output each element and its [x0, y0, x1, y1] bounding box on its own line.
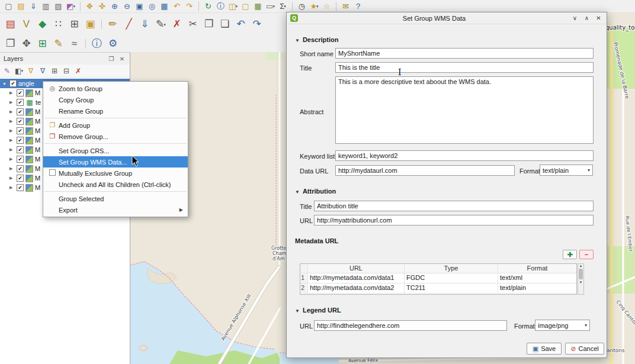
- filter-by-expression-icon[interactable]: ∇: [37, 65, 49, 77]
- layer-label[interactable]: M: [35, 146, 40, 153]
- expander-closed-icon[interactable]: ▶: [9, 138, 15, 143]
- digitize-segment-icon[interactable]: ╱: [121, 17, 137, 32]
- layer-checkbox[interactable]: ✔: [17, 108, 24, 115]
- layer-label[interactable]: M: [35, 165, 40, 172]
- project-open-icon[interactable]: ▤: [15, 1, 27, 12]
- layer-checkbox[interactable]: ✔: [17, 156, 24, 163]
- expander-closed-icon[interactable]: ▶: [9, 119, 15, 124]
- show-bookmarks-icon[interactable]: ☆: [320, 1, 333, 12]
- help-icon[interactable]: ?: [352, 1, 364, 12]
- select-features-icon[interactable]: ◫▾: [227, 1, 239, 12]
- save-button[interactable]: ▣ Save: [527, 343, 562, 355]
- layer-label[interactable]: M: [35, 108, 40, 115]
- new-shapefile-layer-icon[interactable]: V: [18, 17, 34, 32]
- dropdown-arrow-icon[interactable]: ▾: [235, 4, 238, 8]
- undo-icon[interactable]: ↶: [233, 17, 249, 32]
- dropdown-arrow-icon[interactable]: ▾: [284, 4, 286, 8]
- expander-closed-icon[interactable]: ▶: [9, 147, 15, 152]
- menu-item-set-group-wms-data[interactable]: Set Group WMS Data...: [43, 156, 188, 167]
- paste-features-icon[interactable]: ❏: [217, 17, 233, 32]
- layer-label[interactable]: M: [35, 127, 40, 134]
- expander-closed-icon[interactable]: ▶: [9, 128, 15, 133]
- section-legend-url[interactable]: ▼Legend URL: [295, 307, 341, 314]
- expander-closed-icon[interactable]: ▶: [9, 176, 15, 181]
- redo-icon[interactable]: ↷: [249, 17, 265, 32]
- table-row[interactable]: 2 http://mymetadata.com/data2 TC211 text…: [300, 284, 576, 294]
- dialog-titlebar[interactable]: Q Set Group WMS Data ∨ ∧ ✕: [287, 12, 607, 24]
- menu-item-add-group[interactable]: ❐ Add Group: [43, 120, 188, 131]
- filter-legend-icon[interactable]: ∇: [25, 65, 37, 77]
- mutually-exclusive-checkbox[interactable]: [49, 169, 56, 176]
- menu-item-export[interactable]: Export ▶: [43, 204, 188, 215]
- add-metadata-row-button[interactable]: ✚: [563, 250, 577, 259]
- layer-checkbox[interactable]: ✔: [9, 80, 17, 87]
- zoom-in-icon[interactable]: ⊕: [108, 1, 121, 12]
- move-feature-icon[interactable]: ✥: [18, 36, 34, 51]
- identify-icon[interactable]: ⓘ: [89, 36, 105, 51]
- reshape-features-icon[interactable]: ✎: [50, 36, 66, 51]
- zoom-to-selection-icon[interactable]: ◎: [146, 1, 158, 12]
- copy-style-icon[interactable]: ❐: [2, 36, 18, 51]
- style-manager-icon[interactable]: ◩▾: [65, 1, 77, 12]
- cell-type[interactable]: FGDC: [405, 273, 498, 283]
- expander-closed-icon[interactable]: ▶: [9, 109, 15, 114]
- open-attribute-table-icon[interactable]: ▦: [252, 1, 264, 12]
- menu-item-set-group-crs[interactable]: Set Group CRS...: [43, 145, 188, 156]
- zoom-last-icon[interactable]: ↶: [171, 1, 183, 12]
- column-header-url[interactable]: URL: [308, 264, 405, 273]
- layer-checkbox[interactable]: ✔: [17, 99, 24, 106]
- short-name-input[interactable]: [335, 48, 594, 59]
- menu-item-group-selected[interactable]: Group Selected: [43, 193, 188, 204]
- toggle-editing-icon[interactable]: ✏: [105, 17, 121, 32]
- cell-format[interactable]: text/plain: [498, 284, 576, 293]
- expander-closed-icon[interactable]: ▶: [9, 166, 15, 171]
- cancel-button[interactable]: ⊘ Cancel: [565, 343, 604, 355]
- layer-checkbox[interactable]: ✔: [17, 127, 24, 134]
- section-collapse-icon[interactable]: ▼: [295, 38, 300, 43]
- project-save-icon[interactable]: ⇓: [27, 1, 40, 12]
- expander-open-icon[interactable]: ▼: [2, 82, 8, 86]
- menu-item-mutually-exclusive-group[interactable]: Mutually Exclusive Group: [43, 167, 188, 179]
- keyword-list-input[interactable]: [335, 150, 594, 161]
- layer-checkbox[interactable]: ✔: [17, 89, 24, 96]
- pan-map-icon[interactable]: ✥: [84, 1, 96, 12]
- offset-curve-icon[interactable]: ≈: [66, 36, 82, 51]
- section-attribution[interactable]: ▼Attribution: [295, 188, 336, 195]
- new-bookmark-icon[interactable]: ★▾: [308, 1, 320, 12]
- vertex-tool-icon[interactable]: ✎▾: [153, 17, 169, 32]
- remove-layer-icon[interactable]: ✗: [72, 65, 84, 77]
- layer-label[interactable]: M: [35, 137, 40, 144]
- layer-label[interactable]: angle: [18, 80, 34, 87]
- expander-closed-icon[interactable]: ▶: [9, 185, 15, 190]
- layer-checkbox[interactable]: ✔: [17, 165, 24, 172]
- identify-features-icon[interactable]: ⓘ: [214, 1, 227, 12]
- data-url-format-select[interactable]: text/plain ▾: [540, 165, 593, 176]
- refresh-map-icon[interactable]: ↻: [202, 1, 214, 12]
- message-log-icon[interactable]: ✉: [339, 1, 352, 12]
- cell-url[interactable]: http://mymetadata.com/data2: [308, 284, 405, 293]
- project-new-icon[interactable]: ▢: [2, 1, 15, 12]
- attribution-title-input[interactable]: [314, 201, 594, 211]
- cut-features-icon[interactable]: ✂: [185, 17, 201, 32]
- layer-checkbox[interactable]: ✔: [17, 175, 24, 182]
- dropdown-arrow-icon[interactable]: ▾: [316, 4, 319, 8]
- settings-wrench-icon[interactable]: ⚙: [105, 36, 121, 51]
- zoom-full-icon[interactable]: ▣: [133, 1, 146, 12]
- statistical-summary-icon[interactable]: Σ▾: [277, 1, 289, 12]
- layer-checkbox[interactable]: ✔: [17, 184, 24, 191]
- pan-to-selection-icon[interactable]: ✜: [96, 1, 108, 12]
- manage-map-themes-icon[interactable]: ◧▾: [13, 65, 25, 77]
- save-layer-edits-icon[interactable]: ⇓: [137, 17, 153, 32]
- layer-label[interactable]: te: [36, 99, 41, 106]
- add-part-icon[interactable]: ⊞: [34, 36, 50, 51]
- legend-url-input[interactable]: [314, 320, 507, 331]
- collapse-all-icon[interactable]: ⊟: [60, 65, 72, 77]
- chevron-up-icon[interactable]: ∧: [582, 15, 591, 21]
- column-header-format[interactable]: Format: [498, 264, 576, 273]
- dropdown-arrow-icon[interactable]: ▾: [272, 4, 275, 8]
- layer-label[interactable]: M: [35, 184, 40, 191]
- dropdown-arrow-icon[interactable]: ▾: [73, 4, 75, 8]
- scroll-up-icon[interactable]: ▲: [579, 264, 583, 268]
- cell-url[interactable]: http://mymetadata.com/data1: [308, 273, 405, 283]
- delete-selected-icon[interactable]: ✗: [169, 17, 185, 32]
